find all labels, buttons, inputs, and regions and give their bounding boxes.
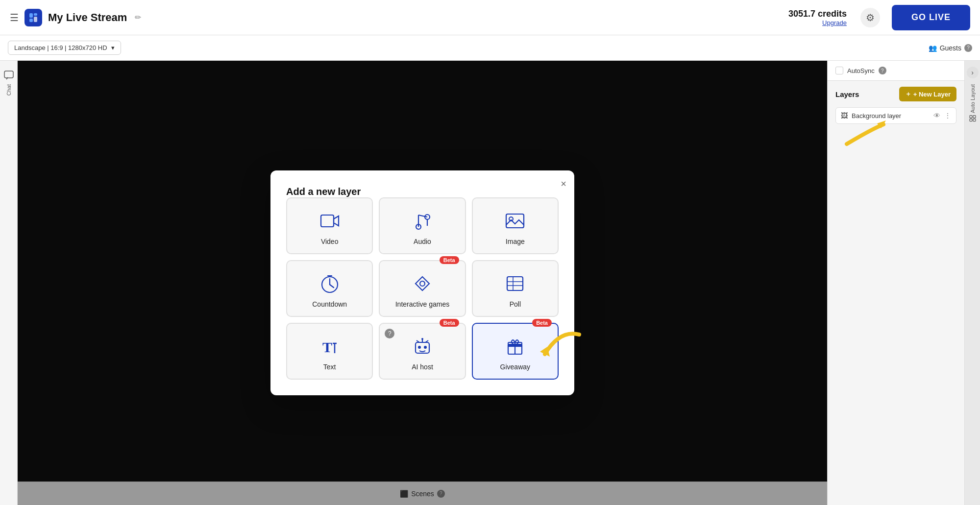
- logo: [24, 9, 42, 26]
- auto-layout-label: Auto Layout: [970, 84, 976, 113]
- layer-more-icon[interactable]: ⋮: [944, 112, 951, 120]
- auto-layout-sidebar: › Auto Layout: [964, 61, 980, 505]
- countdown-icon: [319, 273, 341, 294]
- giveaway-beta-badge: Beta: [532, 319, 552, 327]
- auto-layout-toggle[interactable]: ›: [967, 67, 979, 78]
- ai-host-icon: [412, 336, 433, 357]
- credits-display: 3051.7 credits Upgrade: [788, 9, 847, 26]
- canvas-area: ⬛ Scenes ? Add a new layer × Video: [18, 61, 827, 505]
- chat-label: Chat: [6, 84, 12, 96]
- svg-rect-3: [34, 17, 37, 22]
- chat-sidebar: Chat: [0, 61, 18, 505]
- layer-card-giveaway[interactable]: Beta Giveaway: [472, 323, 559, 380]
- autosync-header: AutoSync ?: [828, 61, 964, 81]
- modal-title: Add a new layer: [286, 186, 361, 197]
- video-label: Video: [321, 238, 339, 245]
- chevron-icon: ›: [971, 69, 974, 76]
- poll-icon: [504, 273, 526, 294]
- giveaway-icon: [504, 336, 526, 357]
- background-layer-name: Background layer: [852, 112, 930, 120]
- guests-label: Guests: [940, 44, 961, 52]
- ai-host-label: AI host: [412, 363, 433, 371]
- upgrade-link[interactable]: Upgrade: [788, 19, 847, 26]
- autosync-label: AutoSync: [847, 67, 875, 74]
- text-icon: T: [319, 336, 341, 357]
- stream-title: My Live Stream: [48, 11, 127, 24]
- layers-title: Layers: [835, 90, 859, 98]
- ai-host-help-icon[interactable]: ?: [385, 329, 394, 338]
- layer-type-grid: Video Audio: [286, 197, 559, 380]
- layer-visibility-icon[interactable]: 👁: [933, 112, 940, 120]
- autosync-help-icon[interactable]: ?: [879, 67, 886, 74]
- main-layout: Chat ⬛ Scenes ? Add a new layer ×: [0, 61, 980, 505]
- guests-button[interactable]: 👥 Guests ?: [929, 44, 972, 52]
- background-layer-icon: 🖼: [841, 112, 848, 120]
- svg-point-20: [418, 346, 421, 349]
- interactive-games-icon: [412, 273, 433, 294]
- layers-header: Layers ＋ + New Layer: [835, 87, 956, 101]
- svg-rect-8: [506, 214, 524, 228]
- guests-help-icon[interactable]: ?: [964, 44, 972, 52]
- text-label: Text: [323, 363, 336, 371]
- layer-card-audio[interactable]: Audio: [379, 197, 466, 254]
- new-layer-label: + New Layer: [913, 91, 951, 98]
- svg-rect-1: [34, 13, 37, 16]
- svg-rect-30: [970, 116, 972, 118]
- new-layer-button[interactable]: ＋ + New Layer: [899, 87, 956, 101]
- interactive-games-label: Interactive games: [395, 300, 450, 308]
- modal-overlay: Add a new layer × Video: [18, 61, 827, 505]
- layer-card-countdown[interactable]: Countdown: [286, 260, 373, 317]
- subbar: Landscape | 16:9 | 1280x720 HD ▾ 👥 Guest…: [0, 35, 980, 61]
- layer-card-video[interactable]: Video: [286, 197, 373, 254]
- layer-card-ai-host[interactable]: Beta ? AI host: [379, 323, 466, 380]
- auto-layout-button[interactable]: Auto Layout: [969, 84, 976, 122]
- audio-label: Audio: [414, 238, 431, 245]
- menu-icon[interactable]: ☰: [10, 12, 19, 24]
- image-icon: [504, 210, 526, 232]
- svg-point-21: [424, 346, 427, 349]
- resolution-select[interactable]: Landscape | 16:9 | 1280x720 HD ▾: [8, 41, 121, 55]
- image-label: Image: [506, 238, 525, 245]
- svg-rect-5: [321, 215, 334, 227]
- giveaway-label: Giveaway: [500, 363, 530, 371]
- right-panel: AutoSync ? Layers ＋ + New Layer 🖼 Backgr…: [827, 61, 964, 505]
- interactive-games-beta-badge: Beta: [440, 256, 459, 264]
- settings-icon[interactable]: ⚙: [860, 8, 880, 27]
- topbar: ☰ My Live Stream ✏ 3051.7 credits Upgrad…: [0, 0, 980, 35]
- layers-section: Layers ＋ + New Layer 🖼 Background layer …: [828, 81, 964, 130]
- modal-close-button[interactable]: ×: [561, 178, 566, 190]
- svg-rect-4: [4, 71, 13, 78]
- audio-icon: [412, 210, 433, 232]
- autosync-checkbox[interactable]: [835, 67, 843, 74]
- svg-rect-28: [970, 119, 972, 121]
- svg-rect-29: [973, 116, 976, 118]
- add-layer-modal: Add a new layer × Video: [270, 170, 574, 395]
- background-layer-item: 🖼 Background layer 👁 ⋮: [835, 107, 956, 124]
- guests-icon: 👥: [929, 44, 937, 52]
- svg-text:T: T: [322, 339, 332, 355]
- svg-rect-2: [29, 19, 33, 22]
- svg-rect-27: [973, 119, 976, 121]
- chat-icon: [4, 71, 14, 80]
- svg-rect-12: [507, 277, 523, 290]
- chevron-down-icon: ▾: [111, 44, 115, 51]
- layer-card-interactive-games[interactable]: Beta Interactive games: [379, 260, 466, 317]
- video-icon: [319, 210, 341, 232]
- poll-label: Poll: [510, 300, 521, 308]
- svg-rect-0: [29, 13, 33, 18]
- go-live-button[interactable]: GO LIVE: [892, 5, 970, 30]
- svg-point-22: [421, 338, 423, 340]
- layer-card-text[interactable]: T Text: [286, 323, 373, 380]
- layer-card-poll[interactable]: Poll: [472, 260, 559, 317]
- credits-amount: 3051.7 credits: [788, 9, 847, 19]
- layer-card-image[interactable]: Image: [472, 197, 559, 254]
- svg-point-11: [420, 281, 425, 286]
- resolution-label: Landscape | 16:9 | 1280x720 HD: [14, 44, 107, 51]
- auto-layout-icon: [969, 115, 976, 122]
- countdown-label: Countdown: [312, 300, 347, 308]
- plus-icon: ＋: [905, 90, 911, 98]
- ai-host-beta-badge: Beta: [440, 319, 459, 327]
- edit-title-icon[interactable]: ✏: [135, 13, 141, 22]
